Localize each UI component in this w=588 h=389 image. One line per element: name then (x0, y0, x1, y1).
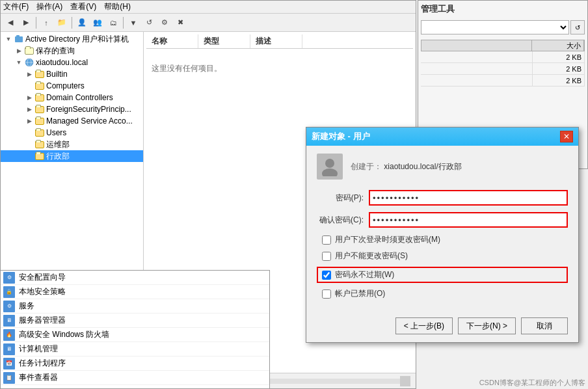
checkbox-never-expire[interactable] (322, 271, 331, 280)
toolbar: ◀ ▶ ↑ 📁 👤 👥 🗂 ▼ ↺ ⚙ ✖ (1, 14, 416, 32)
toolbar-separator-1 (36, 17, 36, 29)
tool-icon-2: 🔒 (3, 286, 15, 298)
bottom-label-4: 服务器管理器 (19, 315, 66, 326)
checkbox-label-3: 密码永不过期(W) (335, 269, 394, 280)
confirm-input[interactable] (369, 212, 568, 228)
expand-msa: ▶ (24, 116, 34, 126)
tree-computers[interactable]: Computers (1, 80, 143, 92)
expand-computers (24, 81, 34, 91)
menu-help[interactable]: 帮助(H) (104, 1, 131, 12)
right-cell-size-1: 2 KB (533, 51, 585, 62)
users-icon (34, 127, 45, 138)
checkbox-row-3: 密码永不过期(W) (317, 267, 568, 283)
dialog-close-button[interactable]: ✕ (560, 131, 573, 142)
bottom-item-7[interactable]: 📅 任务计划程序 (1, 356, 269, 371)
bottom-panel: ⚙ 安全配置向导 🔒 本地安全策略 ⚙ 服务 🖥 服务器管理器 🔥 高级安全 W… (0, 270, 270, 389)
tree-managed-service[interactable]: ▶ Managed Service Acco... (1, 115, 143, 127)
confirm-label: 确认密码(C): (317, 215, 369, 226)
right-refresh-button[interactable]: ↺ (570, 20, 585, 34)
tree-dc-label: Domain Controllers (46, 92, 113, 103)
new-user-button[interactable]: 👤 (75, 16, 89, 30)
forward-button[interactable]: ▶ (19, 16, 33, 30)
checkbox-row-1: 用户下次登录时须更改密码(M) (317, 234, 568, 245)
tree-saved-query[interactable]: ▶ 保存的查询 (1, 45, 143, 57)
right-select[interactable] (421, 20, 569, 34)
tree-domain-controllers[interactable]: ▶ Domain Controllers (1, 92, 143, 103)
cancel-button[interactable]: 取消 (521, 317, 568, 334)
bottom-item-6[interactable]: 🖥 计算机管理 (1, 342, 269, 356)
expand-fsp: ▶ (24, 104, 34, 114)
folder-saved-query-icon (24, 46, 34, 56)
msa-icon (34, 116, 45, 126)
dialog-body: 创建于： xiaotudou.local/行政部 密码(P): 确认密码(C):… (306, 146, 578, 312)
checkbox-must-change[interactable] (322, 235, 331, 245)
tool-icon-1: ⚙ (3, 272, 15, 284)
right-row-3[interactable]: 2 KB (421, 75, 585, 87)
toolbar-separator-3 (123, 17, 124, 29)
checkbox-row-4: 帐户已禁用(O) (317, 288, 568, 299)
tree-users-label: Users (46, 127, 66, 139)
filter-button[interactable]: ▼ (126, 16, 140, 30)
checkbox-cannot-change[interactable] (322, 252, 331, 261)
folder-button[interactable]: 📁 (55, 16, 69, 30)
content-header: 名称 类型 描述 (146, 34, 413, 49)
next-button[interactable]: 下一步(N) > (458, 317, 516, 334)
back-button[interactable]: < 上一步(B) (395, 317, 453, 334)
tree-root-label: Active Directory 用户和计算机 (25, 33, 129, 45)
checkbox-row-2: 用户不能更改密码(S) (317, 250, 568, 262)
up-button[interactable]: ↑ (39, 16, 53, 30)
tool-icon-8: 📋 (3, 372, 15, 384)
tree-xingzheng-label: 行政部 (46, 150, 70, 162)
properties-button[interactable]: ⚙ (157, 16, 172, 30)
svg-point-6 (322, 168, 338, 176)
right-row-1[interactable]: 2 KB (421, 51, 585, 63)
expand-dc: ▶ (24, 92, 34, 103)
dialog-user-info: 创建于： xiaotudou.local/行政部 (317, 154, 568, 180)
tool-icon-3: ⚙ (3, 301, 15, 312)
expand-saved-query: ▶ (14, 46, 24, 56)
checkbox-disabled[interactable] (322, 289, 331, 299)
new-ou-button[interactable]: 🗂 (106, 16, 120, 30)
bottom-item-1[interactable]: ⚙ 安全配置向导 (1, 271, 269, 285)
delete-button[interactable]: ✖ (173, 16, 187, 30)
status-right (400, 376, 410, 386)
tree-yunwei[interactable]: 运维部 (1, 139, 143, 150)
tool-icon-7: 📅 (3, 358, 15, 369)
bottom-item-3[interactable]: ⚙ 服务 (1, 299, 269, 314)
bottom-item-5[interactable]: 🔥 高级安全 Windows 防火墙 (1, 328, 269, 342)
tree-builtin[interactable]: ▶ Builtin (1, 68, 143, 80)
expand-domain: ▼ (14, 57, 24, 68)
bottom-label-6: 计算机管理 (19, 343, 58, 355)
watermark: CSDN博客@某工程师的个人博客 (479, 378, 585, 388)
right-col-size: 大小 (532, 40, 584, 51)
bottom-item-4[interactable]: 🖥 服务器管理器 (1, 314, 269, 328)
bottom-item-2[interactable]: 🔒 本地安全策略 (1, 285, 269, 299)
dialog-title: 新建对象 - 用户 (312, 131, 370, 142)
svg-rect-0 (15, 36, 23, 42)
back-button[interactable]: ◀ (3, 16, 18, 30)
right-cell-size-3: 2 KB (533, 75, 585, 86)
menu-file[interactable]: 文件(F) (3, 1, 29, 12)
tree-users[interactable]: Users (1, 127, 143, 139)
tool-icon-6: 🖥 (3, 343, 15, 355)
menu-bar: 文件(F) 操作(A) 查看(V) 帮助(H) (1, 1, 416, 14)
bottom-label-3: 服务 (19, 301, 34, 312)
right-cell-name-2 (421, 63, 533, 74)
refresh-button[interactable]: ↺ (142, 16, 156, 30)
password-input[interactable] (369, 190, 568, 206)
tree-foreignsecurity[interactable]: ▶ ForeignSecurityPrincip... (1, 103, 143, 115)
tree-domain[interactable]: ▼ xiaotudou.local (1, 57, 143, 68)
dialog-footer: < 上一步(B) 下一步(N) > 取消 (306, 312, 578, 342)
menu-action[interactable]: 操作(A) (36, 1, 62, 12)
right-panel-title: 管理工具 (421, 3, 585, 15)
password-label: 密码(P): (317, 193, 369, 204)
domain-icon (24, 57, 34, 68)
user-create-info: 创建于： xiaotudou.local/行政部 (351, 161, 462, 172)
tree-xingzheng[interactable]: 行政部 (1, 150, 143, 162)
bottom-item-8[interactable]: 📋 事件查看器 (1, 371, 269, 385)
right-row-2[interactable]: 2 KB (421, 63, 585, 75)
tree-saved-query-label: 保存的查询 (36, 45, 75, 57)
menu-view[interactable]: 查看(V) (70, 1, 96, 12)
new-group-button[interactable]: 👥 (90, 16, 105, 30)
tree-root[interactable]: ▼ Active Directory 用户和计算机 (1, 33, 143, 45)
